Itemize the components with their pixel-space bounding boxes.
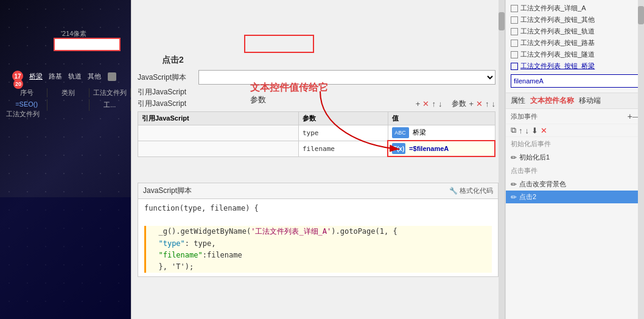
annotation-sub: 参数 xyxy=(250,94,328,105)
th-value: 值 xyxy=(388,112,495,125)
tag-sub-badge: 20 xyxy=(13,79,23,89)
code-header-label: JavaScript脚本 xyxy=(143,186,192,196)
tree-item-text-3: 工法文件列表_按钮_轨道 xyxy=(520,27,595,36)
format-btn[interactable]: 🔧 格式化代码 xyxy=(449,186,493,195)
sort-btn[interactable]: ⬇ xyxy=(531,126,538,135)
main-panel: 点击2 JavaScript脚本 引用JavaScript 引用JavaScri… xyxy=(131,0,505,319)
scrollbar-track[interactable] xyxy=(499,0,505,319)
tree-checkbox-2[interactable] xyxy=(511,16,518,24)
td-param-filename: filename xyxy=(298,141,388,156)
nav-tab-other[interactable]: 其他 xyxy=(86,71,103,82)
up-btn-top[interactable]: ↑ xyxy=(432,99,436,108)
value-filename-text: =$filenameA xyxy=(409,145,449,152)
table-header: 序号 类别 工法文件列 xyxy=(6,88,131,97)
tree-item-3[interactable]: 工法文件列表_按钮_轨道 xyxy=(506,26,644,37)
code-line-blank xyxy=(144,214,492,226)
prop-tab-mobile[interactable]: 移动端 xyxy=(579,96,601,106)
tree-checkbox-1[interactable] xyxy=(511,5,518,12)
abc-badge: ABC xyxy=(392,127,409,138)
tree-checkbox-5[interactable] xyxy=(511,51,518,58)
td-files: 工... xyxy=(89,99,131,111)
code-section: JavaScript脚本 🔧 格式化代码 function(type, file… xyxy=(138,183,499,277)
add-event-btn[interactable]: + xyxy=(628,111,632,121)
tree-item-2[interactable]: 工法文件列表_按钮_其他 xyxy=(506,14,644,26)
td-js-ref-1 xyxy=(138,125,299,141)
event-item-click2[interactable]: ✏ 点击2 xyxy=(506,191,644,203)
lock-icon xyxy=(108,72,116,81)
tag-row: 17 20 xyxy=(12,71,23,82)
search-input[interactable] xyxy=(54,38,121,51)
params-table: 引用JavaScript 参数 值 type ABC 桥梁 xyxy=(138,111,495,157)
dark-bottom xyxy=(0,197,131,319)
prop-tab-attr[interactable]: 属性 xyxy=(511,96,525,106)
script-label-1: JavaScript脚本 xyxy=(138,72,198,83)
dn-btn-params[interactable]: ↓ xyxy=(492,99,496,108)
right-scrollbar-thumb[interactable] xyxy=(638,6,644,24)
up-btn-params[interactable]: ↑ xyxy=(485,99,489,108)
extra-row: 工法文件列 xyxy=(6,110,40,119)
code-line-3: _g().getWidgetByName('工法文件列表_详细_A').goto… xyxy=(144,226,492,237)
del-btn-top[interactable]: ✕ xyxy=(422,99,429,108)
pencil-icon-click1: ✏ xyxy=(511,180,517,189)
tree-checkbox-4[interactable] xyxy=(511,40,518,47)
tree-item-6[interactable]: 工法文件列表_按钮_桥梁 xyxy=(506,60,644,72)
annotation-area: 文本控件值传给它 参数 xyxy=(250,82,328,105)
th-param: 参数 xyxy=(298,112,388,125)
red-highlight-search xyxy=(244,35,314,53)
td-js-ref-2 xyxy=(138,141,299,156)
right-scrollbar[interactable] xyxy=(638,0,644,319)
event-click1-label: 点击改变背景色 xyxy=(519,180,566,189)
left-panel: '214像素 17 20 桥梁 路基 轨道 其他 序号 类别 工法文件列 =SE… xyxy=(0,0,131,319)
init-section-label: 初始化后事件 xyxy=(506,137,644,151)
add-btn-top[interactable]: + xyxy=(416,99,421,108)
event-item-init1[interactable]: ✏ 初始化后1 xyxy=(506,151,644,164)
value-type-text: 桥梁 xyxy=(413,128,426,136)
prop-tab-name[interactable]: 文本控件名称 xyxy=(530,96,574,106)
annotation-title: 文本控件值传给它 xyxy=(250,82,328,94)
td-category xyxy=(47,99,89,111)
tree-item-1[interactable]: 工法文件列表_详细_A xyxy=(506,2,644,14)
event-item-click1[interactable]: ✏ 点击改变背景色 xyxy=(506,178,644,191)
code-line-6: }, 'T'); xyxy=(144,261,492,273)
dn-btn-top[interactable]: ↓ xyxy=(438,99,443,108)
up-ev-btn[interactable]: ↑ xyxy=(519,126,523,135)
fx-badge: F(x) xyxy=(392,143,405,154)
del-ev-btn[interactable]: ✕ xyxy=(541,126,547,135)
tree-item-4[interactable]: 工法文件列表_按钮_路基 xyxy=(506,37,644,49)
script-select-1[interactable] xyxy=(198,70,495,85)
click-label: 点击2 xyxy=(162,55,184,66)
nav-tab-bridge[interactable]: 桥梁 xyxy=(27,71,44,82)
add-btn-params[interactable]: + xyxy=(469,99,474,108)
event-toolbar: ⧉ ↑ ↓ ⬇ ✕ xyxy=(506,124,644,137)
pixel-count: '214像素 xyxy=(61,29,86,38)
code-body: function(type, filename) { _g().getWidge… xyxy=(138,199,498,276)
dn-ev-btn[interactable]: ↓ xyxy=(525,126,530,135)
tree-checkbox-6[interactable] xyxy=(511,63,518,70)
nav-tabs: 桥梁 路基 轨道 其他 xyxy=(27,71,116,82)
tree-item-text-5: 工法文件列表_按钮_隧道 xyxy=(520,50,595,59)
copy-btn[interactable]: ⧉ xyxy=(511,125,516,135)
tree-checkbox-3[interactable] xyxy=(511,28,518,35)
scrollbar-thumb[interactable] xyxy=(499,12,505,30)
pencil-icon-click2: ✏ xyxy=(511,193,517,202)
code-line-1: function(type, filename) { xyxy=(144,203,492,214)
tree-item-text-1: 工法文件列表_详细_A xyxy=(520,4,586,13)
td-value-type: ABC 桥梁 xyxy=(388,125,495,141)
filename-input[interactable] xyxy=(511,74,639,88)
click-section-label: 点击事件 xyxy=(506,164,644,178)
tag-badge: 17 20 xyxy=(12,71,23,82)
param-row-type: type ABC 桥梁 xyxy=(138,125,495,141)
event-click2-label: 点击2 xyxy=(519,192,536,202)
params-col-label: 参数 xyxy=(452,99,466,109)
code-line-4: "type": type, xyxy=(144,238,492,250)
nav-tab-rail[interactable]: 轨道 xyxy=(66,71,83,82)
nav-tab-road[interactable]: 路基 xyxy=(47,71,64,82)
param-row-filename: filename F(x) =$filenameA xyxy=(138,141,495,156)
th-category: 类别 xyxy=(47,88,89,97)
tree-item-5[interactable]: 工法文件列表_按钮_隧道 xyxy=(506,49,644,60)
right-panel: 工法文件列表_详细_A 工法文件列表_按钮_其他 工法文件列表_按钮_轨道 工法… xyxy=(505,0,644,319)
del-btn-params[interactable]: ✕ xyxy=(476,99,483,108)
event-init1-label: 初始化后1 xyxy=(519,153,550,162)
add-event-label: 添加事件 xyxy=(511,112,628,121)
th-js-ref: 引用JavaScript xyxy=(138,112,299,125)
